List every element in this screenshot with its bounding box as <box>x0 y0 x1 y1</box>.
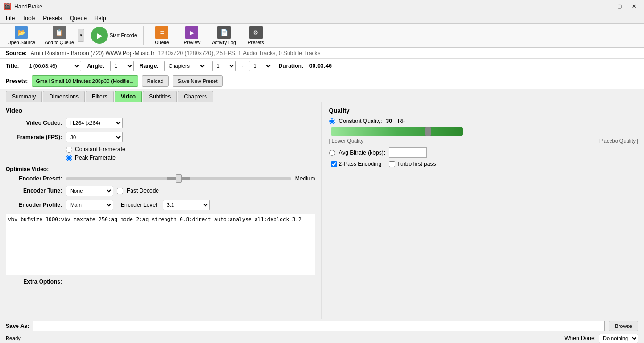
bitrate-input[interactable] <box>389 147 427 158</box>
tab-summary[interactable]: Summary <box>6 91 42 102</box>
constant-framerate-radio[interactable] <box>66 147 72 153</box>
activity-log-icon: 📄 <box>217 26 231 39</box>
two-pass-checkbox[interactable] <box>331 161 337 167</box>
range-end-select[interactable]: 1 <box>249 61 272 71</box>
menu-presets[interactable]: Presets <box>39 14 66 23</box>
avg-bitrate-radio[interactable] <box>329 150 335 156</box>
when-done-area: When Done: Do nothing <box>564 334 638 343</box>
tab-dimensions[interactable]: Dimensions <box>43 91 85 102</box>
placebo-quality-label: Placebo Quality | <box>599 138 638 144</box>
menu-queue[interactable]: Queue <box>66 14 91 23</box>
open-source-icon: 📂 <box>15 26 28 39</box>
queue-icon: ≡ <box>155 26 168 39</box>
range-start-select[interactable]: 1 <box>212 61 236 71</box>
peak-framerate-label: Peak Framerate <box>75 155 116 161</box>
queue-button[interactable]: ≡ Queue <box>148 24 176 47</box>
when-done-label: When Done: <box>564 335 596 342</box>
turbo-first-pass-checkbox[interactable] <box>389 161 395 167</box>
title-row: Title: 1 (00:03:46) Angle: 1 Range: Chap… <box>0 59 644 74</box>
duration-value: 00:03:46 <box>309 63 332 69</box>
optimise-title: Optimise Video: <box>6 166 315 172</box>
presets-button[interactable]: ⚙ Presets <box>242 24 270 47</box>
encoder-preset-slider[interactable] <box>66 177 291 180</box>
encoder-tune-label: Encoder Tune: <box>6 188 62 194</box>
encoder-level-label: Encoder Level <box>121 202 157 208</box>
source-filename: Amin Rostami - Baroon (720) WWW.Pop-Musi… <box>31 50 155 57</box>
preview-button[interactable]: ▶ Preview <box>178 24 206 47</box>
source-label: Source: <box>6 50 27 57</box>
encoder-level-select[interactable]: 3.1 <box>163 200 210 210</box>
menu-tools[interactable]: Tools <box>18 14 39 23</box>
presets-field-label: Presets: <box>6 78 28 84</box>
browse-button[interactable]: Browse <box>609 321 638 331</box>
extra-options-textarea[interactable] <box>6 214 315 275</box>
open-source-button[interactable]: 📂 Open Source <box>4 24 39 47</box>
start-encode-button[interactable]: ▶ <box>91 27 108 44</box>
fps-select[interactable]: 30 <box>66 132 123 142</box>
when-done-select[interactable]: Do nothing <box>599 334 638 343</box>
title-select[interactable]: 1 (00:03:46) <box>25 61 81 71</box>
tabs-bar: Summary Dimensions Filters Video Subtitl… <box>0 89 644 102</box>
maximize-button[interactable]: ▢ <box>613 2 626 11</box>
start-encode-label: Start Encode <box>110 33 137 38</box>
menu-file[interactable]: File <box>2 14 18 23</box>
tab-subtitles[interactable]: Subtitles <box>143 91 177 102</box>
video-codec-select[interactable]: H.264 (x264) <box>66 118 123 128</box>
range-type-select[interactable]: Chapters <box>164 61 206 71</box>
presets-row: Presets: Gmail Small 10 Minutes 288p30 (… <box>0 74 644 89</box>
add-queue-dropdown[interactable]: ▼ <box>78 29 84 42</box>
angle-field-label: Angle: <box>87 63 104 69</box>
presets-icon: ⚙ <box>249 26 263 39</box>
status-text: Ready <box>6 335 21 341</box>
rf-label: RF <box>398 118 405 124</box>
constant-quality-row: Constant Quality: 30 RF <box>329 118 639 124</box>
framerate-row: Framerate (FPS): 30 <box>6 132 315 142</box>
save-new-preset-button[interactable]: Save New Preset <box>173 75 223 87</box>
window-controls: ─ ▢ ✕ <box>599 2 640 11</box>
toolbar-separator <box>143 26 144 45</box>
titlebar: 🎬 HandBrake ─ ▢ ✕ <box>0 0 644 13</box>
left-panel: Video Video Codec: H.264 (x264) Framerat… <box>0 102 321 318</box>
encoder-preset-row: Encoder Preset: Medium <box>6 175 315 182</box>
activity-log-button[interactable]: 📄 Activity Log <box>208 24 239 47</box>
content-area: Video Video Codec: H.264 (x264) Framerat… <box>0 102 644 343</box>
range-field-label: Range: <box>140 63 159 69</box>
turbo-first-pass-label: Turbo first pass <box>397 161 436 167</box>
video-codec-row: Video Codec: H.264 (x264) <box>6 118 315 128</box>
quality-section-title: Quality <box>329 107 639 114</box>
right-panel: Quality Constant Quality: 30 RF | Lower … <box>321 102 644 318</box>
close-button[interactable]: ✕ <box>627 2 640 11</box>
reload-button[interactable]: Reload <box>142 75 169 87</box>
encoder-profile-select[interactable]: Main <box>66 200 113 210</box>
constant-quality-value: 30 <box>386 118 392 124</box>
menu-help[interactable]: Help <box>91 14 110 23</box>
app-icon: 🎬 <box>4 3 11 10</box>
save-as-input[interactable] <box>33 321 605 331</box>
angle-select[interactable]: 1 <box>110 61 134 71</box>
source-details: 1280x720 (1280x720), 25 FPS, 1 Audio Tra… <box>158 50 320 57</box>
tab-filters[interactable]: Filters <box>86 91 114 102</box>
preview-icon: ▶ <box>185 26 198 39</box>
constant-quality-label: Constant Quality: <box>339 118 382 124</box>
save-as-bar: Save As: Browse <box>0 318 644 333</box>
tab-video[interactable]: Video <box>115 91 142 102</box>
codec-label: Video Codec: <box>6 120 62 126</box>
minimize-button[interactable]: ─ <box>599 2 612 11</box>
fast-decode-checkbox[interactable] <box>117 188 123 194</box>
constant-quality-radio[interactable] <box>329 118 335 124</box>
peak-framerate-radio[interactable] <box>66 155 72 161</box>
quality-slider[interactable] <box>331 127 463 136</box>
fast-decode-label: Fast Decode <box>127 188 159 194</box>
fps-label: Framerate (FPS): <box>6 134 62 140</box>
source-info: Source: Amin Rostami - Baroon (720) WWW.… <box>0 48 644 59</box>
add-to-queue-button[interactable]: 📋 Add to Queue ▼ <box>41 24 84 47</box>
encoder-profile-row: Encoder Profile: Main Encoder Level 3.1 <box>6 200 315 210</box>
add-queue-main[interactable]: 📋 Add to Queue <box>41 24 78 47</box>
encoder-tune-select[interactable]: None <box>66 186 113 196</box>
video-section-title: Video <box>6 107 315 114</box>
titlebar-title: HandBrake <box>14 3 599 10</box>
extra-options-field-label: Extra Options: <box>6 278 62 285</box>
avg-bitrate-row: Avg Bitrate (kbps): <box>329 147 639 158</box>
tab-chapters[interactable]: Chapters <box>178 91 213 102</box>
range-dash: - <box>241 63 243 69</box>
